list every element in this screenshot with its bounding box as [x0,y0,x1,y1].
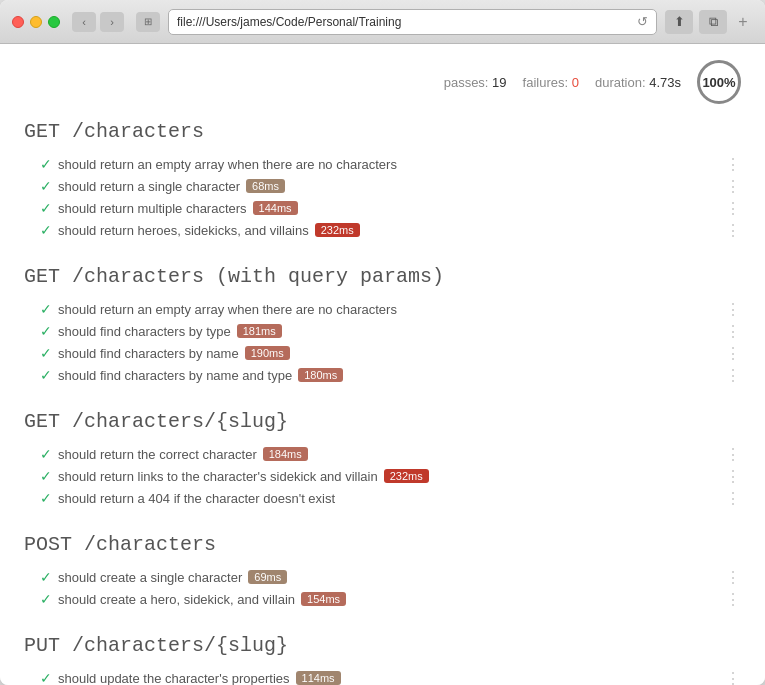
more-options-icon[interactable]: ⋮ [725,177,741,196]
close-button[interactable] [12,16,24,28]
test-label: should return a single character [58,179,240,194]
table-row: ✓should create a single character69ms⋮ [24,566,741,588]
test-label: should return an empty array when there … [58,302,397,317]
more-options-icon[interactable]: ⋮ [725,366,741,385]
duplicate-button[interactable]: ⧉ [699,10,727,34]
table-row: ✓should return a single character68ms⋮ [24,175,741,197]
test-label: should return a 404 if the character doe… [58,491,335,506]
checkmark-icon: ✓ [40,323,52,339]
checkmark-icon: ✓ [40,222,52,238]
duration-stat: duration: 4.73s [595,75,681,90]
more-options-icon[interactable]: ⋮ [725,669,741,686]
nav-buttons: ‹ › [72,12,124,32]
section-title-3: POST /characters [24,533,741,556]
test-label: should find characters by type [58,324,231,339]
more-options-icon[interactable]: ⋮ [725,590,741,609]
duration-badge: 232ms [384,469,429,483]
content-area: passes: 19 failures: 0 duration: 4.73s 1… [0,44,765,685]
more-options-icon[interactable]: ⋮ [725,445,741,464]
duration-badge: 180ms [298,368,343,382]
more-options-icon[interactable]: ⋮ [725,344,741,363]
test-label: should create a hero, sidekick, and vill… [58,592,295,607]
checkmark-icon: ✓ [40,345,52,361]
checkmark-icon: ✓ [40,569,52,585]
list-item: ✓should find characters by type181ms [24,320,282,342]
more-options-icon[interactable]: ⋮ [725,155,741,174]
test-label: should return an empty array when there … [58,157,397,172]
list-item: ✓should return a single character68ms [24,175,285,197]
back-button[interactable]: ‹ [72,12,96,32]
list-item: ✓should return the correct character184m… [24,443,308,465]
table-row: ✓should find characters by name190ms⋮ [24,342,741,364]
more-options-icon[interactable]: ⋮ [725,568,741,587]
test-label: should return multiple characters [58,201,247,216]
duration-badge: 114ms [296,671,341,685]
browser-window: ‹ › ⊞ file:///Users/james/Code/Personal/… [0,0,765,685]
duration-badge: 69ms [248,570,287,584]
minimize-button[interactable] [30,16,42,28]
more-options-icon[interactable]: ⋮ [725,199,741,218]
test-label: should update the character's properties [58,671,290,686]
section-title-4: PUT /characters/{slug} [24,634,741,657]
new-tab-button[interactable]: + [733,10,753,34]
list-item: ✓should return an empty array when there… [24,298,397,320]
table-row: ✓should return the correct character184m… [24,443,741,465]
more-options-icon[interactable]: ⋮ [725,300,741,319]
traffic-lights [12,16,60,28]
checkmark-icon: ✓ [40,178,52,194]
duration-badge: 144ms [253,201,298,215]
passes-stat: passes: 19 [444,75,507,90]
more-options-icon[interactable]: ⋮ [725,467,741,486]
address-text: file:///Users/james/Code/Personal/Traini… [177,15,631,29]
more-options-icon[interactable]: ⋮ [725,221,741,240]
refresh-icon[interactable]: ↺ [637,14,648,29]
table-row: ✓should return heroes, sidekicks, and vi… [24,219,741,241]
list-item: ✓should return an empty array when there… [24,153,397,175]
table-row: ✓should find characters by name and type… [24,364,741,386]
section-title-0: GET /characters [24,120,741,143]
section-2: GET /characters/{slug}✓should return the… [24,410,741,509]
checkmark-icon: ✓ [40,670,52,685]
share-button[interactable]: ⬆ [665,10,693,34]
test-label: should return links to the character's s… [58,469,378,484]
checkmark-icon: ✓ [40,367,52,383]
sections-container: GET /characters✓should return an empty a… [24,120,741,685]
checkmark-icon: ✓ [40,156,52,172]
table-row: ✓should return an empty array when there… [24,298,741,320]
section-4: PUT /characters/{slug}✓should update the… [24,634,741,685]
duration-badge: 232ms [315,223,360,237]
table-row: ✓should update the character's propertie… [24,667,741,685]
checkmark-icon: ✓ [40,200,52,216]
list-item: ✓should find characters by name190ms [24,342,290,364]
list-item: ✓should return multiple characters144ms [24,197,298,219]
forward-button[interactable]: › [100,12,124,32]
more-options-icon[interactable]: ⋮ [725,322,741,341]
duration-badge: 68ms [246,179,285,193]
duration-badge: 181ms [237,324,282,338]
section-title-1: GET /characters (with query params) [24,265,741,288]
list-item: ✓should return links to the character's … [24,465,429,487]
table-row: ✓should return multiple characters144ms⋮ [24,197,741,219]
test-label: should return heroes, sidekicks, and vil… [58,223,309,238]
list-item: ✓should return heroes, sidekicks, and vi… [24,219,360,241]
section-1: GET /characters (with query params)✓shou… [24,265,741,386]
checkmark-icon: ✓ [40,490,52,506]
test-label: should find characters by name and type [58,368,292,383]
pass-percentage: 100% [697,60,741,104]
test-label: should find characters by name [58,346,239,361]
table-row: ✓should return links to the character's … [24,465,741,487]
sidebar-toggle[interactable]: ⊞ [136,12,160,32]
list-item: ✓should return a 404 if the character do… [24,487,335,509]
table-row: ✓should create a hero, sidekick, and vil… [24,588,741,610]
address-bar-container: ⊞ file:///Users/james/Code/Personal/Trai… [136,9,657,35]
list-item: ✓should create a single character69ms [24,566,287,588]
checkmark-icon: ✓ [40,446,52,462]
test-label: should create a single character [58,570,242,585]
table-row: ✓should return a 404 if the character do… [24,487,741,509]
maximize-button[interactable] [48,16,60,28]
address-bar[interactable]: file:///Users/james/Code/Personal/Traini… [168,9,657,35]
more-options-icon[interactable]: ⋮ [725,489,741,508]
failures-stat: failures: 0 [523,75,579,90]
table-row: ✓should find characters by type181ms⋮ [24,320,741,342]
stats-bar: passes: 19 failures: 0 duration: 4.73s 1… [24,60,741,104]
